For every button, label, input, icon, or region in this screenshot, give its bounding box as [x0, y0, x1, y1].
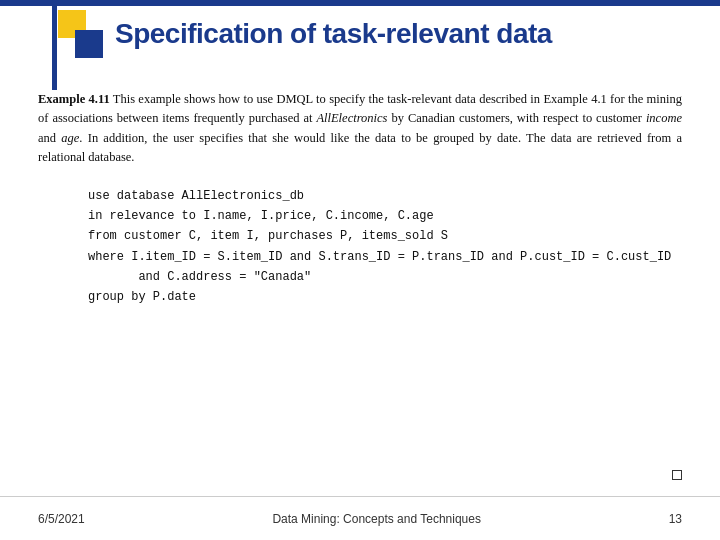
footer-page-number: 13	[669, 512, 682, 526]
footer-date: 6/5/2021	[38, 512, 85, 526]
example-end: . In addition, the user specifies that s…	[38, 131, 682, 164]
footer-center-text: Data Mining: Concepts and Techniques	[272, 512, 481, 526]
code-line-5: and C.address = "Canada"	[88, 267, 682, 287]
example-paragraph: Example 4.11 This example shows how to u…	[38, 90, 682, 168]
code-line-6: group by P.date	[88, 287, 682, 307]
code-block: use database AllElectronics_db in releva…	[88, 186, 682, 308]
top-accent-bar	[0, 0, 720, 6]
income-text: income	[646, 111, 682, 125]
slide-footer: 6/5/2021 Data Mining: Concepts and Techn…	[0, 496, 720, 540]
all-electronics: AllElectronics	[316, 111, 387, 125]
left-accent-bar	[52, 0, 57, 90]
slide-container: Specification of task-relevant data Exam…	[0, 0, 720, 540]
slide-content: Example 4.11 This example shows how to u…	[38, 90, 682, 490]
slide-title: Specification of task-relevant data	[115, 18, 552, 50]
code-line-3: from customer C, item I, purchases P, it…	[88, 226, 682, 246]
checkbox-square	[672, 470, 682, 480]
blue-square	[75, 30, 103, 58]
and-text: and	[38, 131, 61, 145]
age-text: age	[61, 131, 79, 145]
code-line-2: in relevance to I.name, I.price, C.incom…	[88, 206, 682, 226]
example-label: Example 4.11	[38, 92, 110, 106]
code-line-1: use database AllElectronics_db	[88, 186, 682, 206]
code-line-4: where I.item_ID = S.item_ID and S.trans_…	[88, 247, 682, 267]
example-mid: by Canadian customers, with respect to c…	[387, 111, 645, 125]
